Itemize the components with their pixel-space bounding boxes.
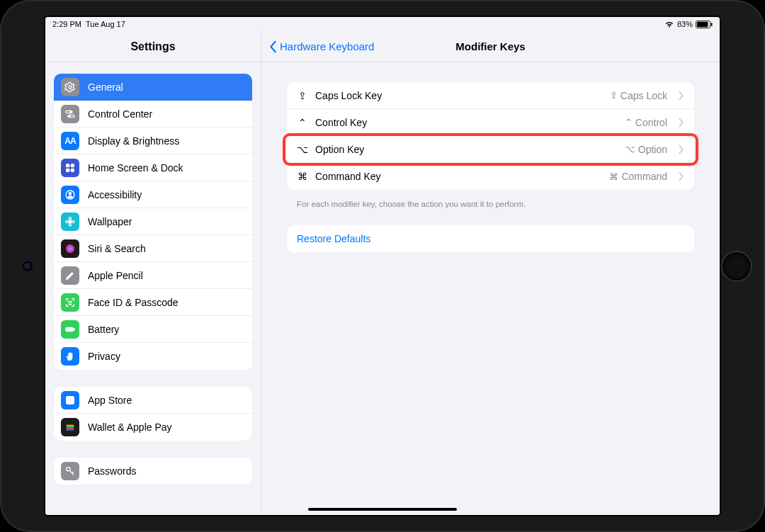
sidebar-item-general[interactable]: General [54,74,252,101]
sidebar-item-label: Wallet & Apple Pay [88,421,172,433]
modifier-value: ⌃Control [625,117,667,128]
sidebar-item-label: Battery [88,324,119,335]
restore-defaults-label: Restore Defaults [297,233,370,244]
svg-rect-1 [697,21,708,26]
svg-rect-27 [67,426,74,428]
modifier-label: Caps Lock Key [315,90,382,101]
sidebar-scroll[interactable]: GeneralControl CenterAADisplay & Brightn… [45,62,261,515]
key-icon [61,462,79,480]
detail-pane: Hardware Keyboard Modifier Keys ⇪ Caps L… [261,31,720,515]
flower-icon [61,213,79,231]
sidebar-item-label: Home Screen & Dock [88,162,183,174]
modifier-row-command-key[interactable]: ⌘ Command Key ⌘Command [287,163,694,190]
svg-point-21 [71,301,72,302]
modifier-row-control-key[interactable]: ⌃ Control Key ⌃Control [287,109,694,136]
sidebar-item-accessibility[interactable]: Accessibility [54,181,252,208]
pencil-icon [61,266,79,285]
detail-title: Modifier Keys [455,40,525,52]
wallet-icon [61,418,79,436]
modifier-label: Control Key [315,117,367,128]
status-battery-text: 83% [677,20,693,28]
sidebar-item-control-center[interactable]: Control Center [54,101,252,128]
svg-rect-11 [71,169,74,171]
sidebar-group-3: Passwords [54,458,252,485]
svg-point-18 [72,220,74,222]
modifier-value: ⇪Caps Lock [610,90,667,101]
sidebar-item-label: Control Center [88,108,152,120]
detail-header: Hardware Keyboard Modifier Keys [261,31,720,62]
chevron-left-icon [268,40,278,53]
sidebar-item-label: Privacy [88,351,120,362]
modifier-row-option-key[interactable]: ⌥ Option Key ⌥Option [287,136,694,163]
front-camera [24,263,31,270]
status-bar: 2:29 PM Tue Aug 17 83% [45,17,720,31]
svg-point-7 [68,115,70,117]
sidebar-item-passwords[interactable]: Passwords [54,458,252,485]
status-date: Tue Aug 17 [86,20,125,28]
svg-rect-23 [74,328,74,330]
sidebar-title: Settings [45,31,261,62]
sidebar-item-battery[interactable]: Battery [54,316,252,343]
sidebar-item-label: Display & Brightness [88,135,179,147]
sidebar-item-apple-pencil[interactable]: Apple Pencil [54,262,252,289]
modifier-row-caps-lock-key[interactable]: ⇪ Caps Lock Key ⇪Caps Lock [287,82,694,109]
sidebar-item-wallpaper[interactable]: Wallpaper [54,208,252,235]
svg-point-20 [68,301,69,302]
chevron-right-icon [679,91,684,100]
sidebar-item-wallet-apple-pay[interactable]: Wallet & Apple Pay [54,414,252,441]
sidebar-item-label: Face ID & Passcode [88,297,178,308]
list-footer-note: For each modifier key, choose the action… [287,196,694,208]
siri-icon [61,239,79,258]
modifier-value: ⌥Option [625,144,667,155]
status-time: 2:29 PM [52,20,81,28]
restore-defaults-button[interactable]: Restore Defaults [287,225,694,252]
person-icon [61,186,79,204]
modifier-keys-list: ⇪ Caps Lock Key ⇪Caps Lock ⌃ Control Key… [287,82,694,190]
battery-icon [61,320,79,339]
home-button[interactable] [721,251,752,282]
svg-point-15 [69,217,71,220]
wifi-icon [664,21,674,28]
modifier-value: ⌘Command [609,171,667,182]
svg-rect-29 [67,429,74,431]
sidebar-item-label: Accessibility [88,189,142,200]
modifier-glyph-icon: ⌘ [297,171,308,182]
battery-icon [696,21,713,28]
switches-icon [61,105,79,123]
svg-rect-22 [66,327,73,331]
faceid-icon [61,293,79,312]
back-button[interactable]: Hardware Keyboard [268,31,374,62]
svg-point-5 [70,111,72,113]
chevron-right-icon [679,145,684,154]
sidebar-item-home-screen-dock[interactable]: Home Screen & Dock [54,154,252,181]
sidebar-item-label: Wallpaper [88,216,132,227]
svg-point-13 [69,192,71,194]
modifier-glyph-icon: ⇪ [297,90,308,101]
sidebar-item-label: App Store [88,395,132,406]
sidebar-group-1: GeneralControl CenterAADisplay & Brightn… [54,74,252,370]
svg-rect-28 [67,428,74,429]
sidebar-item-siri-search[interactable]: Siri & Search [54,235,252,262]
sidebar-item-face-id-passcode[interactable]: Face ID & Passcode [54,289,252,316]
sidebar-item-label: General [88,81,123,93]
sidebar-group-2: App StoreWallet & Apple Pay [54,387,252,441]
home-indicator[interactable] [308,508,457,511]
hand-icon [61,347,79,366]
svg-point-19 [66,244,74,253]
grid-icon [61,159,79,177]
aa-icon: AA [61,132,79,150]
back-label: Hardware Keyboard [280,40,374,52]
sidebar-item-privacy[interactable]: Privacy [54,343,252,370]
gear-icon [61,78,79,96]
sidebar-item-label: Siri & Search [88,243,146,254]
ipad-frame: 2:29 PM Tue Aug 17 83% Settings GeneralC… [0,0,765,532]
modifier-glyph-icon: ⌃ [297,117,308,128]
sidebar-item-display-brightness[interactable]: AADisplay & Brightness [54,128,252,154]
detail-body[interactable]: ⇪ Caps Lock Key ⇪Caps Lock ⌃ Control Key… [261,62,720,515]
svg-rect-26 [67,425,74,426]
svg-point-16 [69,223,71,225]
svg-rect-8 [67,164,69,166]
settings-sidebar: Settings GeneralControl CenterAADisplay … [45,31,261,515]
sidebar-item-app-store[interactable]: App Store [54,387,252,414]
svg-rect-10 [67,169,69,171]
